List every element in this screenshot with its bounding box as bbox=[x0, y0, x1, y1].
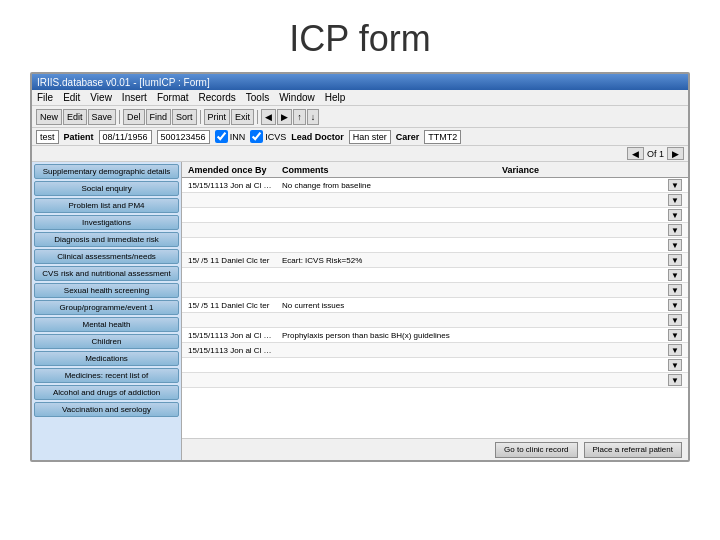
patient-dob: 08/11/1956 bbox=[99, 130, 152, 144]
lead-doctor-value: Han ster bbox=[349, 130, 391, 144]
left-btn-supplementary[interactable]: Supplementary demographic details bbox=[34, 164, 179, 179]
menu-insert[interactable]: Insert bbox=[122, 92, 147, 103]
cell-amended-10: 15/15/1113 Jon al Cl ctar bbox=[186, 330, 276, 341]
cell-dd-12: ▼ bbox=[634, 358, 684, 372]
cell-comments-2 bbox=[280, 214, 496, 216]
menu-format[interactable]: Format bbox=[157, 92, 189, 103]
cell-dd-7: ▼ bbox=[634, 283, 684, 297]
left-btn-medicines[interactable]: Medicines: recent list of bbox=[34, 368, 179, 383]
cell-variance-0 bbox=[500, 184, 630, 186]
toolbar-sort[interactable]: Sort bbox=[172, 109, 197, 125]
cell-comments-10: Prophylaxis person than basic BH(x) guid… bbox=[280, 330, 496, 341]
patient-label: Patient bbox=[64, 132, 94, 142]
left-btn-sexual[interactable]: Sexual health screening bbox=[34, 283, 179, 298]
cell-comments-0: No change from baseline bbox=[280, 180, 496, 191]
left-btn-investigations[interactable]: Investigations bbox=[34, 215, 179, 230]
nav-bar: ◀ Of 1 ▶ bbox=[32, 146, 688, 162]
checkbox-icvs-label: ICVS bbox=[265, 132, 286, 142]
col-header-amended: Amended once By bbox=[186, 164, 276, 176]
cell-comments-4 bbox=[280, 244, 496, 246]
table-row: ▼ bbox=[182, 313, 688, 328]
dropdown-btn-12[interactable]: ▼ bbox=[668, 359, 682, 371]
cell-amended-2 bbox=[186, 214, 276, 216]
dropdown-btn-0[interactable]: ▼ bbox=[668, 179, 682, 191]
left-btn-social[interactable]: Social enquiry bbox=[34, 181, 179, 196]
table-row: 15/15/1113 Jon al Cl ctar No change from… bbox=[182, 178, 688, 193]
bottom-action-bar: Go to clinic record Place a referral pat… bbox=[182, 438, 688, 460]
go-to-clinic-btn[interactable]: Go to clinic record bbox=[495, 442, 577, 458]
cell-comments-3 bbox=[280, 229, 496, 231]
table-body: 15/15/1113 Jon al Cl ctar No change from… bbox=[182, 178, 688, 438]
toolbar-del[interactable]: Del bbox=[123, 109, 145, 125]
table-row: ▼ bbox=[182, 208, 688, 223]
dropdown-btn-4[interactable]: ▼ bbox=[668, 239, 682, 251]
left-btn-diagnosis[interactable]: Diagnosis and immediate risk bbox=[34, 232, 179, 247]
checkbox-icvs[interactable] bbox=[250, 130, 263, 143]
cell-dd-9: ▼ bbox=[634, 313, 684, 327]
cell-comments-11 bbox=[280, 349, 496, 351]
dropdown-btn-11[interactable]: ▼ bbox=[668, 344, 682, 356]
menu-view[interactable]: View bbox=[90, 92, 112, 103]
dropdown-btn-3[interactable]: ▼ bbox=[668, 224, 682, 236]
toolbar-separator-1 bbox=[119, 110, 120, 124]
menu-file[interactable]: File bbox=[37, 92, 53, 103]
cell-dd-13: ▼ bbox=[634, 373, 684, 387]
dropdown-btn-7[interactable]: ▼ bbox=[668, 284, 682, 296]
menu-edit[interactable]: Edit bbox=[63, 92, 80, 103]
cell-amended-6 bbox=[186, 274, 276, 276]
left-btn-alcohol[interactable]: Alcohol and drugs of addiction bbox=[34, 385, 179, 400]
cell-dd-8: ▼ bbox=[634, 298, 684, 312]
left-btn-children[interactable]: Children bbox=[34, 334, 179, 349]
cell-variance-2 bbox=[500, 214, 630, 216]
cell-dd-6: ▼ bbox=[634, 268, 684, 282]
dropdown-btn-9[interactable]: ▼ bbox=[668, 314, 682, 326]
toolbar-save[interactable]: Save bbox=[88, 109, 117, 125]
carer-label: Carer bbox=[396, 132, 420, 142]
nav-next-btn[interactable]: ▶ bbox=[667, 147, 684, 160]
cell-variance-12 bbox=[500, 364, 630, 366]
left-btn-medications[interactable]: Medications bbox=[34, 351, 179, 366]
col-header-comments: Comments bbox=[280, 164, 496, 176]
cell-variance-11 bbox=[500, 349, 630, 351]
cell-amended-7 bbox=[186, 289, 276, 291]
place-referral-btn[interactable]: Place a referral patient bbox=[584, 442, 683, 458]
toolbar-extra1[interactable]: ◀ bbox=[261, 109, 276, 125]
toolbar-print[interactable]: Print bbox=[204, 109, 231, 125]
left-btn-problem[interactable]: Problem list and PM4 bbox=[34, 198, 179, 213]
checkbox-inn[interactable] bbox=[215, 130, 228, 143]
dropdown-btn-6[interactable]: ▼ bbox=[668, 269, 682, 281]
toolbar-extra4[interactable]: ↓ bbox=[307, 109, 320, 125]
cell-amended-1 bbox=[186, 199, 276, 201]
cell-amended-0: 15/15/1113 Jon al Cl ctar bbox=[186, 180, 276, 191]
left-btn-cvs[interactable]: CVS risk and nutritional assessment bbox=[34, 266, 179, 281]
window-title-text: IRIIS.database v0.01 - [IumICP : Form] bbox=[37, 77, 210, 88]
right-panel: Amended once By Comments Variance 15/15/… bbox=[182, 162, 688, 460]
dropdown-btn-13[interactable]: ▼ bbox=[668, 374, 682, 386]
dropdown-btn-1[interactable]: ▼ bbox=[668, 194, 682, 206]
toolbar-new[interactable]: New bbox=[36, 109, 62, 125]
table-row: ▼ bbox=[182, 268, 688, 283]
toolbar-find[interactable]: Find bbox=[146, 109, 172, 125]
toolbar-extra2[interactable]: ▶ bbox=[277, 109, 292, 125]
dropdown-btn-8[interactable]: ▼ bbox=[668, 299, 682, 311]
dropdown-btn-2[interactable]: ▼ bbox=[668, 209, 682, 221]
left-btn-group[interactable]: Group/programme/event 1 bbox=[34, 300, 179, 315]
left-btn-clinical[interactable]: Clinical assessments/needs bbox=[34, 249, 179, 264]
left-btn-mental[interactable]: Mental health bbox=[34, 317, 179, 332]
nav-prev-btn[interactable]: ◀ bbox=[627, 147, 644, 160]
left-btn-vaccination[interactable]: Vaccination and serology bbox=[34, 402, 179, 417]
cell-amended-5: 15/ /5 11 Daniel Clc ter bbox=[186, 255, 276, 266]
menu-window[interactable]: Window bbox=[279, 92, 315, 103]
patient-test-field: test bbox=[36, 130, 59, 144]
menu-tools[interactable]: Tools bbox=[246, 92, 269, 103]
toolbar-edit[interactable]: Edit bbox=[63, 109, 87, 125]
window-titlebar: IRIIS.database v0.01 - [IumICP : Form] bbox=[32, 74, 688, 90]
menu-help[interactable]: Help bbox=[325, 92, 346, 103]
toolbar-extra3[interactable]: ↑ bbox=[293, 109, 306, 125]
menu-records[interactable]: Records bbox=[199, 92, 236, 103]
cell-dd-4: ▼ bbox=[634, 238, 684, 252]
dropdown-btn-10[interactable]: ▼ bbox=[668, 329, 682, 341]
dropdown-btn-5[interactable]: ▼ bbox=[668, 254, 682, 266]
table-row: ▼ bbox=[182, 358, 688, 373]
toolbar-exit[interactable]: Exit bbox=[231, 109, 254, 125]
